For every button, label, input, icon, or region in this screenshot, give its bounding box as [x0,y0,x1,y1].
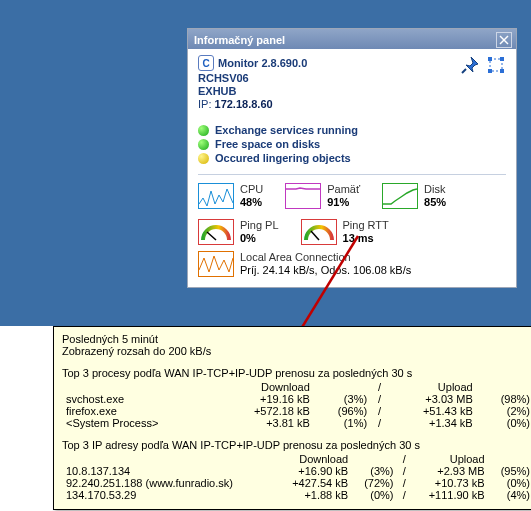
panel-title: Informačný panel [194,34,285,46]
proc-ulp: (98%) [477,393,531,405]
ip-ul: +10.73 kB [411,477,489,489]
metric-disk[interactable]: Disk85% [382,183,446,209]
svg-line-9 [311,231,319,240]
desktop: Informačný panel C Monitor 2.8.690.0 [0,0,531,326]
network-sparkline-icon [198,251,234,277]
ul-header: Upload [388,381,477,393]
ip-ulp: (0%) [489,477,531,489]
ip-dlp: (0%) [352,489,397,501]
table-row: firefox.exe+572.18 kB(96%)/+51.43 kB(2%) [62,405,531,417]
metric-value: 48% [240,196,263,209]
service-label: Free space on disks [215,138,320,150]
close-icon[interactable] [496,32,512,48]
table-row: 134.170.53.29+1.88 kB(0%)/+111.90 kB(4%) [62,489,531,501]
gauge-icon [198,219,234,245]
metric-memory[interactable]: Pamäť91% [285,183,360,209]
proc-name: firefox.exe [62,405,216,417]
ip-line: IP: 172.18.8.60 [198,98,506,110]
metric-title: Ping PL [240,219,279,232]
process-table: Download/Upload svchost.exe+19.16 kB(3%)… [62,381,531,429]
host-2: EXHUB [198,85,506,97]
svg-rect-4 [488,57,492,61]
memory-sparkline-icon [285,183,321,209]
separator [198,174,506,175]
titlebar[interactable]: Informačný panel [188,29,516,49]
proc-section-title: Top 3 procesy podľa WAN IP-TCP+IP-UDP pr… [62,367,531,379]
ip-ulp: (95%) [489,465,531,477]
service-label: Exchange services running [215,124,358,136]
gauge-icon [301,219,337,245]
proc-name: <System Process> [62,417,216,429]
metric-value: 0% [240,232,279,245]
disk-sparkline-icon [382,183,418,209]
ip-dl: +1.88 kB [274,489,352,501]
panel-header: C Monitor 2.8.690.0 RCHSV06 EXHUB IP: 17… [198,55,506,110]
dl-header: Download [274,453,352,465]
table-header: Download/Upload [62,381,531,393]
ip-dl: +16.90 kB [274,465,352,477]
service-row: Exchange services running [198,124,506,136]
metric-value: 85% [424,196,446,209]
ip-name: 92.240.251.188 (www.funradio.sk) [62,477,274,489]
proc-dl: +19.16 kB [216,393,314,405]
metric-title: Pamäť [327,183,360,196]
metric-title: Ping RTT [343,219,389,232]
table-row: 92.240.251.188 (www.funradio.sk)+427.54 … [62,477,531,489]
metrics-grid: CPU48% Pamäť91% Disk85% Ping PL0% Ping R… [198,183,506,245]
dl-header: Download [216,381,314,393]
selection-icon[interactable] [486,55,506,75]
service-label: Occured lingering objects [215,152,351,164]
proc-ul: +3.03 MB [388,393,477,405]
proc-name: svchost.exe [62,393,216,405]
metric-value: Príj. 24.14 kB/s, Odos. 106.08 kB/s [240,264,411,277]
ip-ul: +2.93 MB [411,465,489,477]
svg-rect-7 [500,69,504,73]
tooltip-panel: Posledných 5 minút Zobrazený rozsah do 2… [53,326,531,510]
ip-label: IP: [198,98,215,110]
proc-dlp: (96%) [314,405,371,417]
services-block: Exchange services running Free space on … [198,124,506,164]
table-row: 10.8.137.134+16.90 kB(3%)/+2.93 MB(95%) [62,465,531,477]
status-dot-green [198,125,209,136]
ip-section-title: Top 3 IP adresy podľa WAN IP-TCP+IP-UDP … [62,439,531,451]
ul-header: Upload [411,453,489,465]
info-panel: Informačný panel C Monitor 2.8.690.0 [187,28,517,288]
ip-ulp: (4%) [489,489,531,501]
service-row: Free space on disks [198,138,506,150]
proc-ul: +51.43 kB [388,405,477,417]
metric-value: 91% [327,196,360,209]
ip-dlp: (3%) [352,465,397,477]
app-logo-icon: C [198,55,214,71]
ip-dlp: (72%) [352,477,397,489]
ip-name: 134.170.53.29 [62,489,274,501]
table-header: Download/Upload [62,453,531,465]
ip-value: 172.18.8.60 [215,98,273,110]
metric-cpu[interactable]: CPU48% [198,183,263,209]
proc-dlp: (1%) [314,417,371,429]
status-dot-green [198,139,209,150]
svg-rect-5 [500,57,504,61]
ip-name: 10.8.137.134 [62,465,274,477]
cpu-sparkline-icon [198,183,234,209]
metric-title: Disk [424,183,446,196]
table-row: <System Process>+3.81 kB(1%)/+1.34 kB(0%… [62,417,531,429]
svg-line-2 [462,69,466,73]
tooltip-line2: Zobrazený rozsah do 200 kB/s [62,345,531,357]
proc-ulp: (0%) [477,417,531,429]
metric-title: Local Area Connection [240,251,411,264]
svg-line-8 [207,232,216,240]
svg-rect-6 [488,69,492,73]
proc-ulp: (2%) [477,405,531,417]
proc-dl: +572.18 kB [216,405,314,417]
metric-ping-pl[interactable]: Ping PL0% [198,219,279,245]
proc-ul: +1.34 kB [388,417,477,429]
service-row: Occured lingering objects [198,152,506,164]
metric-ping-rtt[interactable]: Ping RTT13 ms [301,219,389,245]
app-name: Monitor 2.8.690.0 [218,57,307,69]
pin-icon[interactable] [460,55,480,75]
table-row: svchost.exe+19.16 kB(3%)/+3.03 MB(98%) [62,393,531,405]
metric-network[interactable]: Local Area ConnectionPríj. 24.14 kB/s, O… [198,251,506,277]
ip-table: Download/Upload 10.8.137.134+16.90 kB(3%… [62,453,531,501]
status-dot-yellow [198,153,209,164]
ip-ul: +111.90 kB [411,489,489,501]
